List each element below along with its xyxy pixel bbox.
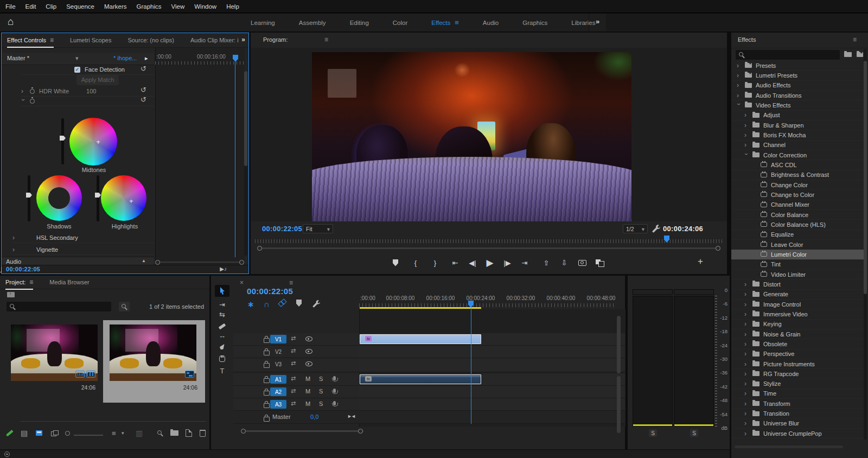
effects-tree-item-change-color[interactable]: Change Color — [731, 180, 864, 190]
effects-tree-item-noise-grain[interactable]: ›Noise & Grain — [731, 329, 864, 339]
shadows-luma-slider[interactable] — [28, 175, 30, 221]
delete-icon[interactable] — [200, 428, 206, 438]
solo-right-button[interactable]: S — [690, 429, 698, 437]
program-scrollbar[interactable] — [256, 245, 722, 251]
effects-tree-item-change-to-color[interactable]: Change to Color — [731, 190, 864, 200]
midtones-luma-slider[interactable] — [61, 118, 64, 164]
effects-tree-item-keying[interactable]: ›Keying — [731, 320, 864, 329]
workspace-tab-effects[interactable]: Effects≡ — [431, 18, 459, 27]
panel-overflow-icon[interactable]: » — [241, 36, 245, 43]
chevron-right-icon[interactable]: › — [744, 390, 749, 397]
playback-resolution-dropdown[interactable]: 1/2▾ — [623, 224, 648, 233]
chevron-right-icon[interactable]: › — [744, 281, 749, 288]
voiceover-record-icon[interactable] — [333, 401, 336, 405]
effects-tree-item-color-correction[interactable]: ›Color Correction — [731, 150, 864, 160]
chevron-down-icon[interactable]: › — [735, 103, 743, 107]
face-detection-checkbox[interactable]: ✓ — [74, 67, 80, 73]
effects-tree-item-universe-crumplepop[interactable]: ›Universe CrumplePop — [731, 429, 864, 438]
chevron-right-icon[interactable]: › — [744, 131, 749, 139]
track-header-v2[interactable]: V2⇄ — [233, 346, 359, 358]
track-lane-a1[interactable]: fx — [359, 373, 625, 386]
chevron-down-icon[interactable]: › — [20, 99, 27, 103]
menu-window[interactable]: Window — [194, 3, 216, 10]
track-header-v1[interactable]: V1⇄ — [233, 333, 359, 346]
menu-edit[interactable]: Edit — [25, 3, 36, 10]
master-dropdown-icon[interactable]: ▾ — [75, 55, 79, 62]
effects-tree-item-time[interactable]: ›Time — [731, 389, 864, 399]
video-tracks-scrollbar[interactable] — [617, 316, 621, 373]
track-header-a3[interactable]: A3⇄MS — [233, 398, 359, 411]
clip-thumbnail[interactable] — [11, 325, 98, 381]
mark-in-button[interactable]: { — [409, 256, 423, 269]
mute-button[interactable]: M — [305, 388, 310, 395]
zoom-slider-track[interactable] — [74, 435, 103, 436]
panel-menu-icon[interactable]: ≡ — [289, 279, 293, 287]
tab-project-[interactable]: Project:≡ — [5, 278, 33, 286]
effects-tree-item-video-limiter[interactable]: Video Limiter — [731, 270, 864, 279]
track-target-a3[interactable]: A3 — [270, 400, 286, 409]
hsl-secondary-row[interactable]: › HSL Secondary — [12, 233, 154, 243]
solo-left-button[interactable]: S — [649, 429, 657, 437]
type-tool[interactable]: T — [215, 365, 229, 377]
extract-button[interactable]: ⇩ — [557, 256, 571, 269]
chevron-right-icon[interactable]: › — [744, 410, 749, 417]
collapse-icon[interactable]: ▲ — [142, 258, 146, 263]
hdr-white-value[interactable]: 100 — [86, 88, 96, 94]
timeline-timecode[interactable]: 00:00:22:05 — [247, 287, 293, 296]
step-back-button[interactable]: ◀| — [465, 256, 480, 269]
workspace-tab-menu-icon[interactable]: ≡ — [455, 18, 459, 27]
effects-tree-item-immersive-video[interactable]: ›Immersive Video — [731, 309, 864, 319]
play-audio-icon[interactable]: ▶♪ — [220, 266, 227, 272]
sync-lock-icon[interactable]: ⇄ — [291, 400, 296, 407]
chevron-right-icon[interactable]: › — [744, 380, 749, 387]
home-icon[interactable]: ⌂ — [8, 16, 14, 28]
effects-tree-item-transform[interactable]: ›Transform — [731, 399, 864, 409]
ec-vertical-scrollbar[interactable] — [244, 71, 247, 256]
audio-badge-icon[interactable] — [75, 371, 85, 378]
midtones-wheel[interactable]: + — [69, 118, 117, 166]
effects-tree-item-tint[interactable]: Tint — [731, 260, 864, 270]
workspace-tab-audio[interactable]: Audio — [483, 20, 499, 26]
search-bin-icon[interactable] — [119, 302, 130, 311]
lock-icon[interactable] — [264, 391, 270, 396]
solo-button[interactable]: S — [319, 388, 323, 395]
chevron-right-icon[interactable]: › — [744, 360, 749, 368]
chevron-right-icon[interactable]: › — [744, 290, 749, 298]
reset-icon[interactable]: ↺ — [141, 96, 146, 104]
highlights-luma-slider[interactable] — [97, 175, 99, 221]
lock-icon[interactable] — [264, 403, 270, 408]
track-header-a2[interactable]: A2⇄MS — [233, 386, 359, 398]
toggle-track-output-icon[interactable] — [305, 349, 312, 354]
track-lane-v2[interactable] — [359, 346, 625, 358]
effects-tree-item-audio-effects[interactable]: ›Audio Effects — [731, 81, 864, 91]
voiceover-record-icon[interactable] — [333, 389, 336, 393]
program-timecode[interactable]: 00:00:22:05 — [262, 225, 302, 233]
chevron-right-icon[interactable]: › — [744, 320, 749, 328]
effect-controls-timeline[interactable] — [155, 48, 245, 266]
sync-lock-icon[interactable]: ⇄ — [291, 335, 296, 342]
chevron-right-icon[interactable]: › — [744, 310, 749, 318]
panel-menu-icon[interactable]: ≡ — [853, 36, 857, 43]
go-to-out-button[interactable]: ⇥ — [518, 256, 532, 269]
selection-tool[interactable] — [215, 285, 229, 297]
close-icon[interactable]: × — [240, 279, 244, 287]
effects-tree-item-leave-color[interactable]: Leave Color — [731, 240, 864, 250]
stopwatch-icon[interactable] — [30, 89, 35, 94]
track-lane-a3[interactable] — [359, 398, 625, 411]
hand-tool[interactable] — [215, 353, 229, 365]
effects-tree-item-channel-mixer[interactable]: Channel Mixer — [731, 200, 864, 210]
chevron-right-icon[interactable]: › — [744, 111, 749, 119]
project-item-selected[interactable]: 24:06 — [103, 320, 205, 403]
chevron-right-icon[interactable]: › — [12, 234, 17, 241]
workspace-overflow-icon[interactable]: » — [596, 17, 599, 26]
effects-tree-item-equalize[interactable]: Equalize — [731, 230, 864, 240]
menu-view[interactable]: View — [171, 3, 185, 10]
zoom-level-dropdown[interactable]: Fit▾ — [303, 224, 333, 233]
work-area-bar[interactable] — [360, 307, 481, 309]
chevron-right-icon[interactable]: › — [744, 340, 749, 348]
master-clip-row[interactable]: Master * ▾ * ihope... ▸ — [2, 53, 154, 65]
sync-lock-icon[interactable]: ⇄ — [291, 375, 296, 382]
menu-markers[interactable]: Markers — [104, 3, 127, 10]
effects-tree-item-stylize[interactable]: ›Stylize — [731, 379, 864, 389]
effects-tree-item-channel[interactable]: ›Channel — [731, 141, 864, 150]
